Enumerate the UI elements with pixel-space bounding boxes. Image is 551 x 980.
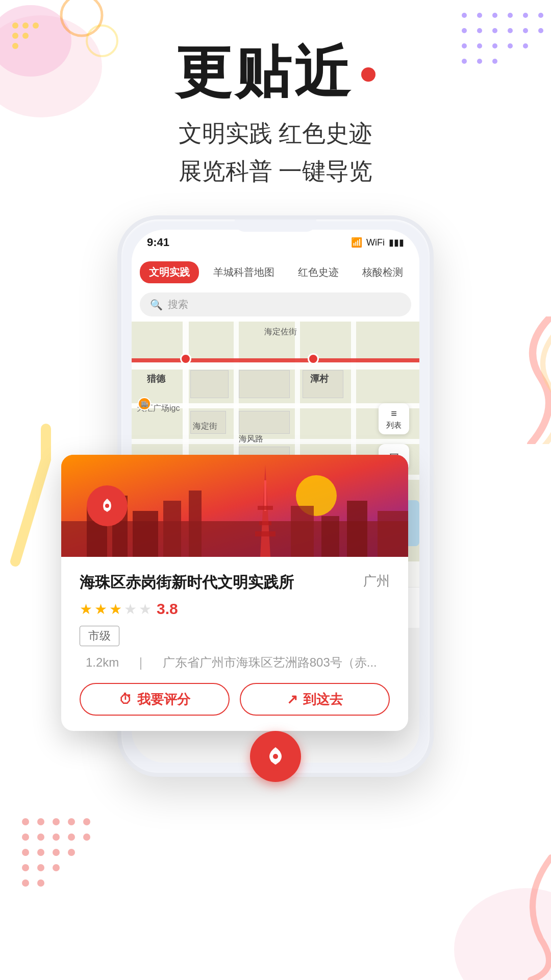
card-logo-badge [87, 485, 128, 526]
svg-point-71 [105, 504, 109, 508]
svg-point-44 [22, 864, 29, 871]
distance-value: 1.2km [86, 655, 119, 669]
card-content: 海珠区赤岗街新时代文明实践所 广州 ★ ★ ★ ★ ★ 3.8 市级 1.2km… [61, 557, 408, 731]
phone-mockup-container: 9:41 📶 WiFi ▮▮▮ 文明实践 羊城科普地图 红色史迹 [82, 215, 469, 777]
svg-rect-62 [259, 521, 271, 525]
svg-point-34 [83, 818, 90, 825]
svg-rect-67 [378, 511, 408, 557]
map-label-haiding街: 海定街 [193, 421, 217, 432]
rating-number: 3.8 [157, 600, 178, 618]
card-distance-info: 1.2km ｜ 广东省广州市海珠区艺洲路803号（赤... [80, 654, 390, 671]
svg-rect-56 [133, 511, 158, 557]
map-label-haidingzuo: 海定佐街 [264, 327, 297, 337]
floating-center-button[interactable] [250, 731, 301, 782]
svg-rect-58 [189, 491, 202, 557]
title-dot-decoration [361, 67, 375, 82]
wifi-icon: WiFi [366, 237, 385, 248]
search-input[interactable]: 🔍 搜索 [140, 292, 411, 316]
search-icon: 🔍 [150, 299, 163, 311]
star-4: ★ [124, 601, 137, 618]
phone-search-container: 🔍 搜索 [132, 287, 419, 322]
svg-point-38 [68, 834, 75, 841]
star-1: ★ [80, 601, 92, 618]
svg-rect-57 [163, 501, 181, 557]
card-buttons: ⏱ 我要评分 ↗ 到这去 [80, 683, 390, 716]
card-stars: ★ ★ ★ ★ ★ [80, 601, 152, 618]
rate-label: 我要评分 [137, 691, 190, 708]
status-time: 9:41 [147, 236, 169, 249]
svg-rect-63 [255, 531, 276, 536]
svg-rect-61 [258, 506, 273, 510]
phone-notch [235, 219, 316, 232]
status-icons: 📶 WiFi ▮▮▮ [351, 237, 404, 248]
location-card-popup: 海珠区赤岗街新时代文明实践所 广州 ★ ★ ★ ★ ★ 3.8 市级 1.2km… [61, 455, 408, 731]
tab-hejian[interactable]: 核酸检测 [353, 261, 412, 283]
tab-hongse[interactable]: 红色史迹 [289, 261, 348, 283]
svg-point-42 [53, 849, 60, 856]
svg-point-35 [22, 834, 29, 841]
svg-rect-66 [347, 501, 367, 557]
battery-icon: ▮▮▮ [389, 237, 404, 248]
header-section: 更贴近 文明实践 红色史迹 展览科普 一键导览 [0, 0, 551, 190]
card-image-banner [61, 455, 408, 557]
svg-point-75 [273, 754, 278, 759]
tab-wenming[interactable]: 文明实践 [140, 261, 199, 283]
map-label-haifeng: 海风路 [239, 434, 263, 445]
signal-icon: 📶 [351, 237, 362, 248]
subtitle-line2: 展览科普 一键导览 [0, 153, 551, 190]
svg-point-31 [37, 818, 44, 825]
star-3: ★ [109, 601, 122, 618]
svg-point-39 [83, 834, 90, 841]
search-placeholder: 搜索 [168, 298, 188, 311]
rate-button[interactable]: ⏱ 我要评分 [80, 683, 230, 716]
svg-point-36 [37, 834, 44, 841]
card-city: 广州 [363, 572, 390, 590]
card-title-row: 海珠区赤岗街新时代文明实践所 广州 [80, 572, 390, 592]
svg-rect-65 [321, 516, 339, 557]
subtitle: 文明实践 红色史迹 展览科普 一键导览 [0, 115, 551, 190]
svg-point-33 [68, 818, 75, 825]
card-rating: ★ ★ ★ ★ ★ 3.8 [80, 600, 390, 618]
rate-icon: ⏱ [119, 692, 132, 707]
svg-point-41 [37, 849, 44, 856]
svg-point-32 [53, 818, 60, 825]
star-2: ★ [94, 601, 107, 618]
map-label-tancun: 潭村 [310, 373, 329, 385]
main-title-text: 更贴近 [176, 41, 353, 103]
svg-point-48 [37, 879, 44, 887]
svg-point-46 [53, 864, 60, 871]
card-tag: 市级 [80, 626, 119, 646]
svg-point-47 [22, 879, 29, 887]
navigate-button[interactable]: ↗ 到这去 [240, 683, 390, 716]
svg-point-30 [22, 818, 29, 825]
navigate-label: 到这去 [303, 691, 343, 708]
svg-rect-64 [291, 506, 314, 557]
tab-yangcheng[interactable]: 羊城科普地图 [204, 261, 284, 283]
card-title: 海珠区赤岗街新时代文明实践所 [80, 572, 353, 592]
status-bar: 9:41 📶 WiFi ▮▮▮ [132, 230, 419, 255]
card-address: 广东省广州市海珠区艺洲路803号（赤... [163, 655, 377, 669]
main-title-container: 更贴近 [0, 41, 551, 103]
svg-point-49 [454, 888, 551, 980]
star-5: ★ [139, 601, 152, 618]
subtitle-line1: 文明实践 红色史迹 [0, 115, 551, 153]
map-list-button[interactable]: ≡ 列表 [379, 403, 409, 434]
phone-tab-bar: 文明实践 羊城科普地图 红色史迹 核酸检测 [132, 255, 419, 287]
navigate-arrow-icon: ↗ [287, 692, 298, 707]
svg-point-43 [68, 849, 75, 856]
map-label-lieде: 猎德 [147, 373, 165, 385]
svg-point-45 [37, 864, 44, 871]
distance-divider: ｜ [135, 655, 151, 669]
svg-point-37 [53, 834, 60, 841]
svg-point-40 [22, 849, 29, 856]
